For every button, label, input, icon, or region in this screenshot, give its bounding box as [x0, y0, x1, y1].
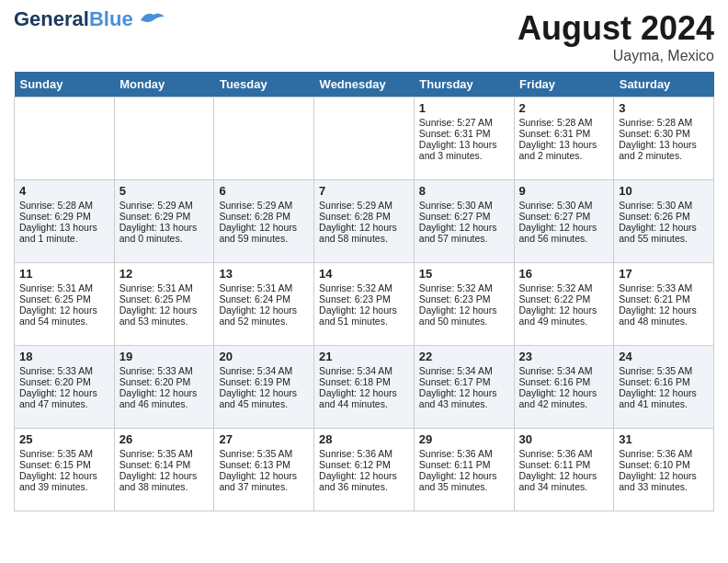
weekday-header-wednesday: Wednesday — [314, 72, 415, 98]
day-detail: Sunrise: 5:30 AM — [519, 200, 609, 211]
day-number: 23 — [519, 350, 609, 363]
day-detail: Daylight: 12 hours — [319, 387, 409, 398]
day-detail: Daylight: 12 hours — [219, 304, 309, 316]
day-detail: Daylight: 13 hours — [119, 222, 210, 233]
day-detail: Sunset: 6:17 PM — [419, 376, 509, 387]
weekday-header-row: SundayMondayTuesdayWednesdayThursdayFrid… — [15, 72, 714, 98]
calendar-cell: 4Sunrise: 5:28 AMSunset: 6:29 PMDaylight… — [15, 180, 115, 263]
day-detail: Daylight: 12 hours — [319, 222, 409, 233]
weekday-header-saturday: Saturday — [614, 72, 714, 98]
day-detail: Sunrise: 5:31 AM — [219, 282, 309, 293]
day-detail: Sunset: 6:10 PM — [619, 459, 709, 470]
day-detail: Sunrise: 5:32 AM — [519, 282, 609, 293]
calendar-cell: 22Sunrise: 5:34 AMSunset: 6:17 PMDayligh… — [414, 346, 514, 429]
calendar-cell: 7Sunrise: 5:29 AMSunset: 6:28 PMDaylight… — [314, 180, 415, 263]
day-detail: Sunrise: 5:29 AM — [119, 200, 210, 211]
day-number: 10 — [619, 184, 709, 198]
day-number: 28 — [319, 432, 409, 446]
day-number: 18 — [19, 350, 109, 363]
day-detail: and 50 minutes. — [419, 316, 509, 327]
calendar-week-4: 18Sunrise: 5:33 AMSunset: 6:20 PMDayligh… — [15, 346, 714, 429]
day-number: 11 — [19, 267, 109, 281]
calendar-cell: 30Sunrise: 5:36 AMSunset: 6:11 PMDayligh… — [514, 429, 614, 511]
day-number: 13 — [219, 267, 309, 281]
day-number: 15 — [419, 267, 509, 281]
day-detail: and 37 minutes. — [219, 481, 309, 492]
weekday-header-tuesday: Tuesday — [214, 72, 314, 98]
calendar-cell: 18Sunrise: 5:33 AMSunset: 6:20 PMDayligh… — [15, 346, 115, 429]
day-detail: Sunset: 6:12 PM — [319, 459, 409, 470]
day-detail: Sunset: 6:25 PM — [119, 293, 210, 304]
day-number: 17 — [619, 267, 709, 281]
weekday-header-friday: Friday — [514, 72, 614, 98]
day-number: 31 — [619, 432, 709, 446]
day-number: 9 — [519, 184, 609, 198]
day-detail: Daylight: 12 hours — [519, 304, 609, 316]
day-number: 30 — [519, 432, 609, 446]
day-detail: Sunset: 6:28 PM — [219, 211, 309, 222]
day-number: 26 — [119, 432, 210, 446]
day-number: 2 — [519, 101, 609, 115]
day-detail: and 51 minutes. — [319, 316, 409, 327]
day-detail: Daylight: 12 hours — [619, 470, 709, 481]
day-detail: Sunrise: 5:36 AM — [619, 448, 709, 459]
day-detail: Sunset: 6:19 PM — [219, 376, 309, 387]
day-number: 24 — [619, 350, 709, 363]
calendar-cell: 26Sunrise: 5:35 AMSunset: 6:14 PMDayligh… — [114, 429, 214, 511]
day-detail: Sunrise: 5:34 AM — [219, 365, 309, 376]
day-detail: Sunrise: 5:28 AM — [19, 200, 109, 211]
calendar-cell: 21Sunrise: 5:34 AMSunset: 6:18 PMDayligh… — [314, 346, 415, 429]
day-detail: Sunset: 6:24 PM — [219, 293, 309, 304]
day-detail: Sunset: 6:27 PM — [519, 211, 609, 222]
calendar-cell — [214, 98, 314, 180]
day-detail: Sunset: 6:31 PM — [419, 128, 509, 139]
day-detail: Sunrise: 5:36 AM — [419, 448, 509, 459]
calendar-cell: 27Sunrise: 5:35 AMSunset: 6:13 PMDayligh… — [214, 429, 314, 511]
logo-blue: Blue — [89, 7, 133, 30]
calendar-cell: 29Sunrise: 5:36 AMSunset: 6:11 PMDayligh… — [414, 429, 514, 511]
day-detail: Sunset: 6:23 PM — [319, 293, 409, 304]
day-detail: Daylight: 12 hours — [419, 304, 509, 316]
day-detail: and 3 minutes. — [419, 150, 509, 161]
day-number: 25 — [19, 432, 109, 446]
day-number: 1 — [419, 101, 509, 115]
day-number: 3 — [619, 101, 709, 115]
day-detail: Sunrise: 5:34 AM — [319, 365, 409, 376]
day-detail: Sunrise: 5:29 AM — [319, 200, 409, 211]
calendar-cell: 19Sunrise: 5:33 AMSunset: 6:20 PMDayligh… — [114, 346, 214, 429]
calendar-cell: 5Sunrise: 5:29 AMSunset: 6:29 PMDaylight… — [114, 180, 214, 263]
day-detail: and 58 minutes. — [319, 233, 409, 244]
calendar-cell: 14Sunrise: 5:32 AMSunset: 6:23 PMDayligh… — [314, 263, 415, 346]
day-detail: Daylight: 12 hours — [419, 470, 509, 481]
page-header: GeneralBlue August 2024 Uayma, Mexico — [14, 9, 714, 64]
day-detail: and 53 minutes. — [119, 316, 210, 327]
day-detail: Daylight: 12 hours — [19, 387, 109, 398]
logo-general: General — [14, 7, 89, 30]
day-detail: Daylight: 12 hours — [419, 222, 509, 233]
day-detail: and 52 minutes. — [219, 316, 309, 327]
day-detail: Sunrise: 5:31 AM — [19, 282, 109, 293]
calendar-cell: 12Sunrise: 5:31 AMSunset: 6:25 PMDayligh… — [114, 263, 214, 346]
month-year-title: August 2024 — [518, 9, 714, 48]
day-number: 4 — [19, 184, 109, 198]
day-detail: and 46 minutes. — [119, 398, 210, 409]
calendar-cell — [314, 98, 415, 180]
day-detail: Daylight: 12 hours — [619, 387, 709, 398]
day-detail: Sunrise: 5:35 AM — [619, 365, 709, 376]
day-detail: and 54 minutes. — [19, 316, 109, 327]
calendar-cell: 2Sunrise: 5:28 AMSunset: 6:31 PMDaylight… — [514, 98, 614, 180]
calendar-table: SundayMondayTuesdayWednesdayThursdayFrid… — [14, 72, 714, 511]
day-detail: Daylight: 12 hours — [119, 470, 210, 481]
day-detail: Daylight: 12 hours — [519, 222, 609, 233]
weekday-header-monday: Monday — [114, 72, 214, 98]
calendar-cell: 1Sunrise: 5:27 AMSunset: 6:31 PMDaylight… — [414, 98, 514, 180]
calendar-cell — [114, 98, 214, 180]
day-detail: Daylight: 12 hours — [119, 304, 210, 316]
day-detail: Sunset: 6:11 PM — [519, 459, 609, 470]
day-detail: Sunset: 6:11 PM — [419, 459, 509, 470]
day-number: 5 — [119, 184, 210, 198]
day-detail: Daylight: 13 hours — [519, 139, 609, 150]
day-detail: Sunrise: 5:30 AM — [419, 200, 509, 211]
day-detail: and 1 minute. — [19, 233, 109, 244]
calendar-cell: 23Sunrise: 5:34 AMSunset: 6:16 PMDayligh… — [514, 346, 614, 429]
